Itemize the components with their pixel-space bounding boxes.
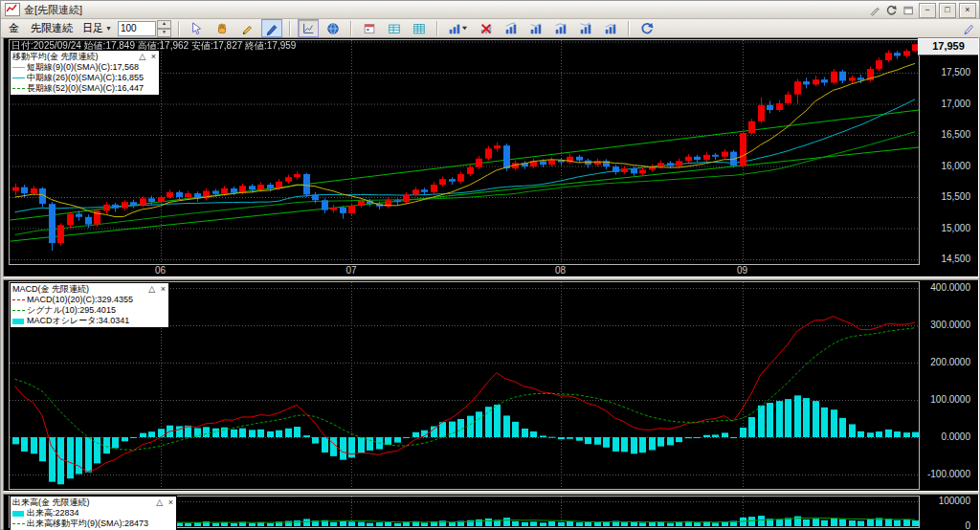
legend-collapse-button[interactable]: △ xyxy=(156,497,163,508)
indicator-icon-5[interactable] xyxy=(600,19,621,37)
draw-pen-icon[interactable] xyxy=(261,19,282,37)
refresh-icon[interactable] xyxy=(636,19,657,37)
macd-line-marker xyxy=(12,299,25,300)
y-axis-label: -100.0000 xyxy=(921,469,970,479)
legend-close-button[interactable]: × xyxy=(151,52,156,62)
y-axis-label: 300.0000 xyxy=(921,320,970,330)
legend-item: 短期線(9)(0)(SMA)(C):17,568 xyxy=(12,62,156,73)
y-axis-label: 100.0000 xyxy=(921,394,970,405)
indicator-icon-3[interactable] xyxy=(550,19,571,37)
title-bar: 金[先限連続] − □ × xyxy=(1,1,979,19)
toolbar-separator xyxy=(436,21,438,36)
spin-up-button[interactable]: ▲ xyxy=(157,20,171,29)
toolbar: 金 先限連続 日足 ▼ 100 ▲ ▼ xyxy=(1,19,980,38)
window-title: 金[先限連続] xyxy=(24,3,82,17)
sma26-line-marker xyxy=(12,77,25,78)
legend-item: 中期線(26)(0)(SMA)(C):16,855 xyxy=(12,73,156,83)
y-axis-label: 15,000 xyxy=(921,223,970,233)
legend-close-button[interactable]: × xyxy=(168,497,173,508)
globe-icon[interactable] xyxy=(323,19,344,37)
indicator-icon-2[interactable] xyxy=(525,19,546,37)
ma-legend: 移動平均(金 先限連続) △ × 短期線(9)(0)(SMA)(C):17,56… xyxy=(10,50,160,96)
volume-ma-line-marker xyxy=(12,523,25,524)
legend-item: 出来高:22834 xyxy=(12,508,173,519)
y-axis-label: 200.0000 xyxy=(921,357,970,367)
y-axis-label: 17,000 xyxy=(921,99,970,109)
signal-line-marker xyxy=(12,310,25,311)
indicator-icon-1[interactable] xyxy=(501,19,522,37)
x-axis-label: 08 xyxy=(549,265,572,276)
close-button[interactable]: × xyxy=(959,3,976,18)
y-axis-label: 16,000 xyxy=(921,161,970,171)
maximize-button[interactable]: □ xyxy=(939,3,956,18)
chart-type-icon[interactable] xyxy=(445,19,472,37)
y-axis-label: 0.0000 xyxy=(921,431,970,442)
cursor-icon[interactable] xyxy=(187,19,208,37)
chevron-down-icon: ▼ xyxy=(105,25,112,32)
axes-icon[interactable] xyxy=(298,19,319,37)
toolbar-separator xyxy=(289,21,291,36)
grid-dense-icon[interactable] xyxy=(409,19,430,37)
app-icon xyxy=(5,3,20,16)
x-axis-label: 07 xyxy=(340,265,363,276)
bars-count-value[interactable]: 100 xyxy=(118,21,156,36)
legend-collapse-button[interactable]: △ xyxy=(139,52,145,62)
legend-item: 長期線(52)(0)(SMA)(C):16,447 xyxy=(12,83,156,94)
ma-legend-title: 移動平均(金 先限連続) xyxy=(12,52,99,62)
window-copy-icon[interactable] xyxy=(902,5,916,17)
toolbar-separator xyxy=(178,21,180,36)
volume-panel: 出来高(金 先限連続) △ × 出来高:22834 出来高移動平均(9)(SMA… xyxy=(3,494,979,530)
app-window: 金[先限連続] − □ × 金 先限連続 日足 ▼ 100 ▲ xyxy=(0,0,980,530)
legend-item: MACD(10)(20)(C):329.4355 xyxy=(12,295,166,305)
oscillator-bar-marker xyxy=(12,319,24,324)
volume-legend: 出来高(金 先限連続) △ × 出来高:22834 出来高移動平均(9)(SMA… xyxy=(10,496,177,530)
minimize-button[interactable]: − xyxy=(919,3,936,18)
legend-item: MACDオシレータ:34.0341 xyxy=(12,316,166,326)
toolbar-separator xyxy=(350,21,352,36)
period-dropdown[interactable]: 日足 ▼ xyxy=(82,21,112,35)
current-price-box: 17,959 xyxy=(918,38,979,55)
x-axis-label: 06 xyxy=(149,265,172,276)
grid-icon[interactable] xyxy=(384,19,405,37)
volume-legend-title: 出来高(金 先限連続) xyxy=(12,497,90,508)
legend-close-button[interactable]: × xyxy=(161,284,166,295)
macd-panel: MACD(金 先限連続) △ × MACD(10)(20)(C):329.435… xyxy=(3,279,979,492)
y-axis-label: 0 xyxy=(921,520,970,530)
main-chart-panel: 日付:2025/09/24 始値:17,849 高値:17,962 安値:17,… xyxy=(3,37,979,277)
legend-item: シグナル(10):295.4015 xyxy=(12,305,166,316)
edit-pen-icon[interactable] xyxy=(867,5,881,17)
calendar-icon[interactable] xyxy=(359,19,380,37)
rotate-icon[interactable] xyxy=(884,5,899,17)
symbol-label: 金 xyxy=(9,21,19,35)
legend-item: 出来高移動平均(9)(SMA):28473 xyxy=(12,519,173,529)
annotate-icon[interactable] xyxy=(958,19,979,37)
toolbar-separator xyxy=(628,21,630,36)
y-axis-label: 14,500 xyxy=(921,254,970,264)
volume-bar-marker xyxy=(12,511,24,517)
macd-legend-title: MACD(金 先限連続) xyxy=(12,284,89,295)
sma52-line-marker xyxy=(12,88,25,89)
y-axis-label: 100000 xyxy=(921,496,970,506)
spin-down-button[interactable]: ▼ xyxy=(157,29,171,37)
legend-collapse-button[interactable]: △ xyxy=(148,284,155,295)
sma9-line-marker xyxy=(12,67,25,68)
y-axis-label: 15,500 xyxy=(921,191,970,202)
y-axis-label: 17,500 xyxy=(921,67,970,77)
remove-indicator-icon[interactable] xyxy=(476,19,497,37)
y-axis-label: 400.0000 xyxy=(921,282,970,293)
contract-label: 先限連続 xyxy=(31,21,73,35)
hand-icon[interactable] xyxy=(212,19,233,37)
bars-count-spinner[interactable]: 100 ▲ ▼ xyxy=(118,20,171,37)
indicator-icon-4[interactable] xyxy=(575,19,596,37)
macd-legend: MACD(金 先限連続) △ × MACD(10)(20)(C):329.435… xyxy=(10,282,169,328)
x-axis-label: 09 xyxy=(731,265,754,276)
y-axis-label: 16,500 xyxy=(921,129,970,140)
pencil-icon[interactable] xyxy=(236,19,257,37)
